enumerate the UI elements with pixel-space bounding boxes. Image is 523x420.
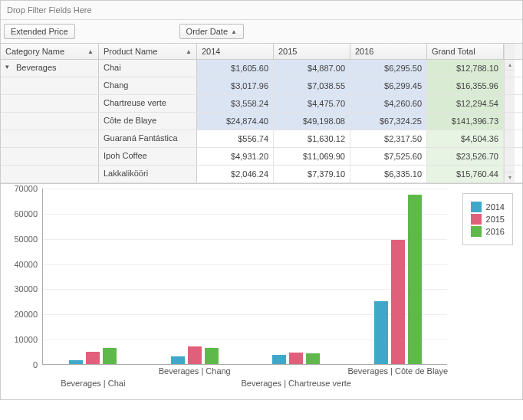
x-tick-label: Beverages | Chartreuse verte: [242, 379, 351, 388]
table-row: Chartreuse verte$3,558.24$4,475.70$4,260…: [1, 95, 522, 113]
grand-total-cell[interactable]: $23,526.70: [427, 148, 504, 165]
bar-2015[interactable]: [391, 240, 405, 364]
column-field-pill[interactable]: Order Date ▲: [179, 24, 244, 39]
year-2016-header[interactable]: 2016: [350, 44, 427, 59]
value-cell[interactable]: $11,069.90: [274, 148, 350, 165]
bar-2015[interactable]: [86, 352, 100, 364]
scrollbar-track[interactable]: [504, 95, 515, 112]
scrollbar-track[interactable]: [504, 77, 515, 94]
grand-total-cell[interactable]: $15,760.44: [427, 166, 504, 182]
category-cell: [1, 166, 99, 182]
year-2014-header[interactable]: 2014: [197, 44, 274, 59]
value-cell[interactable]: $49,198.08: [274, 113, 350, 130]
bar-group: [69, 348, 118, 364]
scroll-up-button[interactable]: ▴: [505, 60, 515, 71]
y-tick-label: 10000: [14, 335, 38, 344]
bar-2014[interactable]: [272, 355, 286, 364]
value-cell[interactable]: $7,525.60: [350, 148, 427, 165]
year-2015-header[interactable]: 2015: [274, 44, 350, 59]
value-cell[interactable]: $4,475.70: [274, 95, 350, 112]
product-name-header-label: Product Name: [104, 47, 157, 56]
value-cell[interactable]: $6,295.50: [350, 60, 427, 77]
product-cell: Chartreuse verte: [99, 95, 197, 112]
value-cell[interactable]: $4,887.00: [274, 60, 350, 77]
legend-item[interactable]: 2015: [471, 214, 505, 225]
value-cell[interactable]: $4,931.20: [197, 148, 274, 165]
table-row: Côte de Blaye$24,874.40$49,198.08$67,324…: [1, 113, 522, 130]
legend-label: 2016: [486, 227, 505, 236]
legend-item[interactable]: 2014: [471, 202, 505, 212]
bar-2016[interactable]: [103, 348, 117, 364]
value-cell[interactable]: $6,335.10: [350, 166, 427, 182]
y-tick-label: 50000: [14, 235, 38, 244]
pivot-panel: Drop Filter Fields Here Extended Price O…: [0, 0, 523, 184]
table-row: Lakkalikööri$2,046.24$7,379.10$6,335.10$…: [1, 166, 522, 183]
bar-2016[interactable]: [306, 353, 320, 364]
sort-asc-icon: ▲: [231, 28, 237, 35]
value-cell[interactable]: $3,558.24: [197, 95, 274, 112]
value-cell[interactable]: $2,046.24: [197, 166, 274, 182]
y-tick-label: 40000: [14, 260, 38, 269]
grand-total-cell[interactable]: $16,355.96: [427, 77, 504, 94]
bar-2014[interactable]: [171, 356, 185, 364]
value-cell[interactable]: $24,874.40: [197, 113, 274, 130]
category-cell: ▾Beverages: [1, 60, 99, 77]
y-tick-label: 70000: [14, 184, 38, 193]
value-cell[interactable]: $3,017.96: [197, 77, 274, 94]
product-cell: Lakkalikööri: [99, 166, 197, 182]
scrollbar-track[interactable]: [504, 148, 515, 165]
legend-swatch: [471, 202, 482, 212]
plot-area: [42, 189, 447, 365]
grid-line: [43, 189, 447, 189]
value-cell[interactable]: $1,605.60: [197, 60, 274, 77]
category-name-header[interactable]: Category Name ▲: [1, 44, 99, 59]
legend-item[interactable]: 2016: [471, 226, 505, 237]
scroll-down-button[interactable]: ▾: [505, 172, 515, 182]
value-cell[interactable]: $1,630.12: [274, 130, 350, 147]
product-cell: Chai: [99, 60, 197, 77]
bar-2015[interactable]: [188, 346, 202, 364]
pivot-header-row: Category Name ▲ Product Name ▲ 2014 2015…: [1, 44, 522, 60]
legend-label: 2014: [486, 202, 505, 212]
scrollbar-track[interactable]: [504, 130, 515, 147]
product-cell: Guaraná Fantástica: [99, 130, 197, 147]
grand-total-cell[interactable]: $12,294.54: [427, 95, 504, 112]
expand-collapse-icon[interactable]: ▾: [5, 63, 13, 71]
product-cell: Chang: [99, 77, 197, 94]
x-tick-label: Beverages | Côte de Blaye: [347, 366, 448, 376]
category-name-header-label: Category Name: [5, 47, 64, 56]
legend-label: 2015: [486, 215, 505, 224]
value-cell[interactable]: $67,324.25: [350, 113, 427, 130]
value-cell[interactable]: $6,299.45: [350, 77, 427, 94]
value-cell[interactable]: $2,317.50: [350, 130, 427, 147]
table-row: Ipoh Coffee$4,931.20$11,069.90$7,525.60$…: [1, 148, 522, 166]
data-field-pill[interactable]: Extended Price: [4, 24, 75, 39]
bar-2016[interactable]: [205, 348, 219, 364]
filter-drop-area[interactable]: Drop Filter Fields Here: [1, 1, 522, 20]
scrollbar-track[interactable]: ▴: [504, 60, 515, 77]
value-cell[interactable]: $4,260.60: [350, 95, 427, 112]
product-name-header[interactable]: Product Name ▲: [99, 44, 197, 59]
x-axis-labels: Beverages | ChaiBeverages | ChangBeverag…: [42, 365, 447, 395]
scrollbar-track[interactable]: ▾: [504, 166, 515, 182]
grand-total-cell[interactable]: $12,788.10: [427, 60, 504, 77]
value-cell[interactable]: $7,038.55: [274, 77, 350, 94]
bar-2016[interactable]: [408, 195, 422, 364]
bar-group: [272, 353, 321, 364]
bar-2014[interactable]: [69, 360, 83, 364]
table-row: Chang$3,017.96$7,038.55$6,299.45$16,355.…: [1, 77, 522, 95]
grand-total-header[interactable]: Grand Total: [427, 44, 504, 59]
chart-legend: 201420152016: [462, 193, 513, 245]
grand-total-cell[interactable]: $141,396.73: [427, 113, 504, 130]
value-cell[interactable]: $7,379.10: [274, 166, 350, 182]
pivot-body: ▾BeveragesChai$1,605.60$4,887.00$6,295.5…: [1, 60, 522, 183]
y-tick-label: 30000: [14, 284, 38, 294]
grand-total-cell[interactable]: $4,504.36: [427, 130, 504, 147]
scrollbar-track[interactable]: [504, 113, 515, 130]
category-label: Beverages: [16, 63, 57, 72]
category-cell: [1, 113, 99, 130]
bar-2015[interactable]: [289, 353, 303, 364]
y-tick-label: 60000: [14, 209, 38, 218]
value-cell[interactable]: $556.74: [197, 130, 274, 147]
bar-2014[interactable]: [374, 301, 388, 364]
